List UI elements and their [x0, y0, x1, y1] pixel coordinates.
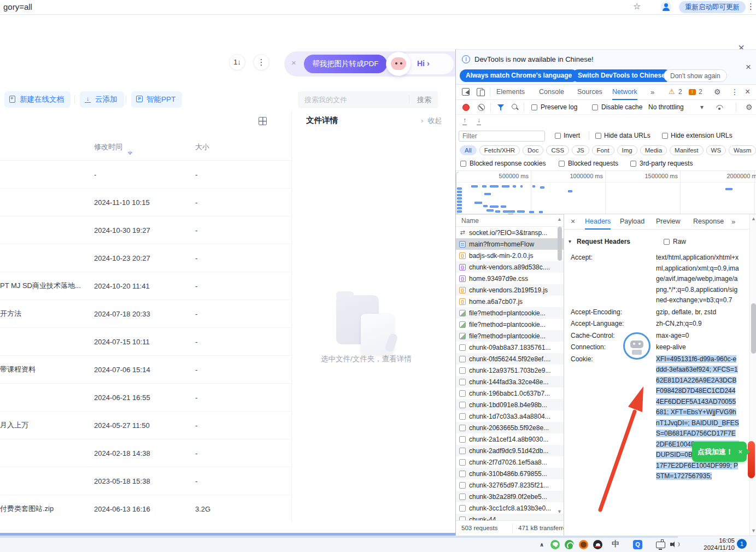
disable-cache-checkbox[interactable] [592, 104, 598, 110]
chevron-down-icon[interactable]: ▾ [700, 103, 704, 111]
request-row[interactable]: chunk-44... [456, 514, 564, 520]
column-header-size[interactable]: 大小 [195, 142, 209, 152]
filter-chip-font[interactable]: Font [592, 145, 614, 155]
devtools-menu-icon[interactable]: ⋮ [731, 87, 739, 96]
security-orange-icon[interactable] [579, 540, 588, 549]
filter-chip-doc[interactable]: Doc [523, 145, 543, 155]
hide-data-urls-checkbox[interactable] [595, 133, 601, 139]
request-list-header[interactable]: Name [456, 215, 564, 227]
boost-badge[interactable]: 点我加速！ × [692, 442, 747, 462]
sort-carets-icon[interactable] [128, 143, 132, 157]
tab-preview[interactable]: Preview [656, 214, 680, 229]
table-row[interactable]: 2024-07-15 10:11- [0, 327, 291, 355]
filter-chip-ws[interactable]: WS [706, 145, 726, 155]
profile-avatar[interactable] [661, 2, 671, 12]
devtools-settings-icon[interactable]: ⚙ [714, 87, 721, 96]
filter-funnel-icon[interactable] [497, 104, 504, 111]
request-list-scrollbar[interactable]: ▲ ▼ [556, 215, 563, 519]
more-tabs-icon[interactable]: » [731, 214, 735, 229]
filter-chip-manifest[interactable]: Manifest [670, 145, 703, 155]
request-row[interactable]: chunk-2adf9dc9.51d42db... [456, 445, 564, 456]
details-collapse-button[interactable]: ›收起 [421, 116, 442, 126]
invert-checkbox[interactable] [555, 133, 561, 139]
request-row[interactable]: chunk-144fad3a.32ce48e... [456, 376, 564, 387]
assistant-hi-label[interactable]: Hi › [417, 59, 430, 68]
table-row[interactable]: 2024-11-10 10:15- [0, 188, 291, 216]
request-row[interactable]: chunk-vendors.a89d538c.... [456, 261, 564, 273]
taskbar-clock[interactable]: 16:05 2024/11/10 星期日 [701, 537, 735, 552]
scroll-down-icon[interactable]: ▼ [751, 528, 756, 533]
scrollbar-thumb[interactable] [751, 303, 756, 354]
filter-input[interactable] [459, 131, 545, 142]
request-row[interactable]: chunk-2063665b.5f92e8e... [456, 422, 564, 433]
throttling-select[interactable]: No throttling [648, 103, 684, 111]
table-row[interactable]: 付费类套图站.zip2024-06-13 16:163.2G [0, 495, 291, 522]
boost-label[interactable]: 点我加速！ [698, 442, 733, 462]
request-row[interactable]: chunk-32765d97.8235f21... [456, 479, 564, 491]
tab-console[interactable]: Console [539, 85, 564, 99]
scroll-down-icon[interactable]: ▼ [557, 509, 562, 514]
input-zh-icon[interactable]: 中 [611, 539, 620, 549]
notification-badge[interactable]: 1 [737, 539, 747, 549]
request-row[interactable]: file?method=plantcookie... [456, 319, 564, 330]
filter-chip-wasm[interactable]: Wasm [729, 145, 756, 155]
new-online-doc-button[interactable]: 新建在线文档 [4, 91, 71, 108]
filter-chip-fetch-xhr[interactable]: Fetch/XHR [479, 145, 520, 155]
speaker-icon[interactable] [670, 541, 680, 548]
cloud-add-button[interactable]: ↓云添加 [80, 91, 124, 108]
table-row[interactable]: PT MJ SD商业技术落地...2024-10-20 11:41- [0, 272, 291, 300]
filter-chip-js[interactable]: JS [572, 145, 589, 155]
request-row[interactable]: chunk-2a1cef14.a8b9030... [456, 433, 564, 445]
sort-button[interactable]: 1↓ [229, 54, 245, 71]
bookmark-star-icon[interactable]: ☆ [633, 1, 641, 11]
disclosure-caret-icon[interactable]: ▾ [569, 238, 571, 244]
tab-network[interactable]: Network [612, 85, 637, 100]
tab-headers[interactable]: Headers [585, 214, 611, 230]
address-bar[interactable]: gory=all [3, 2, 32, 11]
assistant-prompt-button[interactable]: 帮我把图片转成PDF [304, 55, 387, 73]
robot-assistant-icon[interactable] [623, 332, 650, 360]
scroll-up-icon[interactable]: ▲ [557, 216, 562, 222]
preserve-log-checkbox[interactable] [531, 104, 537, 110]
scroll-up-icon[interactable]: ▲ [751, 216, 756, 221]
tab-payload[interactable]: Payload [620, 214, 644, 229]
request-row[interactable]: chunk-vendors.2b19f519.js [456, 284, 564, 296]
request-row[interactable]: chunk-1d7c03a3.a4a8804... [456, 410, 564, 422]
table-row[interactable]: 2024-06-21 16:55- [0, 383, 291, 411]
q-app-icon[interactable]: Q [633, 540, 642, 549]
tab-sources[interactable]: Sources [577, 85, 602, 99]
details-close-icon[interactable]: × [571, 217, 575, 226]
table-row[interactable]: 带课程资料2024-07-06 15:14- [0, 355, 291, 383]
inspect-element-icon[interactable] [462, 88, 470, 96]
har-import-icon[interactable]: ↑ [462, 117, 467, 125]
search-button[interactable]: 搜索 [417, 91, 431, 108]
table-row[interactable]: 2023-05-18 15:38- [0, 467, 291, 495]
details-scrollbar[interactable]: ▲ ▼ [749, 214, 756, 536]
tab-response[interactable]: Response [693, 214, 724, 229]
grid-view-icon[interactable] [259, 117, 267, 125]
request-row[interactable]: file?method=plantcookie... [456, 307, 564, 319]
clear-icon[interactable] [478, 104, 485, 111]
request-row[interactable]: ⇄socket.io/?EIO=3&transp... [456, 227, 564, 238]
table-row[interactable]: 2024-02-18 14:38- [0, 439, 291, 467]
browser-green-icon[interactable] [565, 540, 574, 549]
wechat-icon[interactable] [550, 540, 560, 549]
boost-close-icon[interactable]: × [738, 442, 742, 462]
request-headers-section[interactable]: ▾ Request Headers Raw [564, 237, 745, 248]
blocked-requests-checkbox[interactable] [559, 161, 565, 167]
page-more-button[interactable]: ⋮ [253, 54, 269, 71]
request-row[interactable]: chunk-3b2a28f9.0f2ebe5... [456, 491, 564, 502]
request-row[interactable]: chunk-1bd091e8.b4e98b... [456, 399, 564, 410]
filter-chip-media[interactable]: Media [640, 145, 667, 155]
request-row[interactable]: chunk-310b486b.679855... [456, 468, 564, 479]
display-icon[interactable] [656, 542, 665, 548]
request-row[interactable]: chunk-0fd56244.5f92e8ef.... [456, 353, 564, 365]
dont-show-again-button[interactable]: Don't show again [664, 69, 727, 82]
assistant-close-icon[interactable]: × [291, 58, 296, 67]
switch-chinese-button[interactable]: Switch DevTools to Chinese [572, 69, 671, 82]
restart-update-button[interactable]: 重新启动即可更新 [679, 1, 746, 13]
table-row[interactable]: 开方法2024-07-18 20:33- [0, 300, 291, 327]
match-language-button[interactable]: Always match Chrome's language [460, 69, 578, 82]
raw-checkbox[interactable] [664, 239, 670, 245]
chevron-up-icon[interactable]: ∧ [538, 542, 546, 548]
